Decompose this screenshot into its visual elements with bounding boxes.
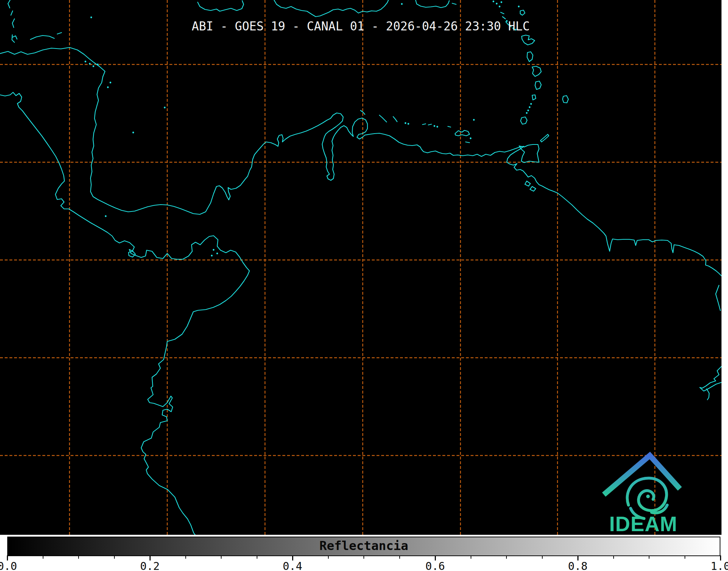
logo-text: IDEAM [609, 512, 678, 535]
coastline-path [455, 130, 470, 136]
coastline-path [452, 3, 456, 4]
coastline-path [198, 1, 244, 11]
coastline-path [525, 181, 530, 186]
coastline-path [563, 96, 568, 103]
colorbar-minor-tick [257, 555, 257, 559]
island-dot [501, 1, 502, 3]
colorbar-tick-label: 1.0 [706, 560, 728, 571]
colorbar-minor-tick [542, 555, 543, 559]
coastline-path [716, 285, 720, 311]
coastline-path [532, 95, 536, 100]
island-dot [530, 103, 532, 105]
colorbar-minor-tick [685, 555, 685, 559]
coastline-path [422, 124, 432, 125]
coastline-path [416, 0, 449, 8]
island-dot [499, 6, 501, 8]
colorbar-tick-label: 0.6 [421, 560, 450, 571]
coastline-path [0, 92, 249, 535]
coastline-path [393, 117, 397, 122]
island-dot [164, 107, 166, 109]
logo-roof-icon [604, 455, 680, 495]
coastline-path [11, 11, 13, 15]
coastline-path [527, 52, 533, 62]
island-dot [89, 63, 91, 65]
colorbar-minor-tick [328, 555, 329, 559]
coastline-path [521, 117, 527, 124]
coastline-path [707, 389, 709, 400]
island-dot [211, 255, 213, 257]
island-dot [91, 17, 92, 18]
colorbar-minor-tick [43, 555, 43, 559]
colorbar-tick-label: 0.4 [278, 560, 307, 571]
coastline-path [8, 0, 10, 8]
island-dot [107, 87, 109, 88]
colorbar-minor-tick [221, 555, 222, 559]
island-dot [473, 119, 475, 121]
ideam-logo: IDEAM [597, 452, 688, 535]
ideam-logo-icon: IDEAM [597, 452, 688, 535]
colorbar-minor-tick [363, 555, 364, 559]
coastline-path [530, 186, 536, 191]
colorbar-minor-tick [506, 555, 507, 559]
coastline-path [12, 35, 17, 42]
colorbar-minor-tick [399, 555, 400, 559]
colorbar-minor-tick [649, 555, 649, 559]
coastline-path [0, 47, 721, 276]
colorbar-tick-label: 0.8 [563, 560, 592, 571]
coastline-path [448, 126, 451, 127]
figure: ABI - GOES 19 - CANAL 01 - 2026-04-26 23… [0, 0, 728, 571]
island-dot [408, 123, 409, 125]
colorbar-tick-label: 0.2 [135, 560, 164, 571]
satellite-map: ABI - GOES 19 - CANAL 01 - 2026-04-26 23… [0, 0, 721, 535]
colorbar-tick-label: 0.0 [0, 560, 22, 571]
island-dot [110, 82, 111, 84]
coastline-path [520, 10, 525, 15]
island-dot [437, 126, 438, 128]
island-dot [518, 6, 520, 8]
island-dot [97, 64, 99, 66]
coastline-path [540, 134, 549, 142]
colorbar-minor-tick [114, 555, 115, 559]
island-dot [105, 215, 107, 217]
colorbar-minor-tick [471, 555, 471, 559]
coastline-path [700, 366, 721, 388]
coastline-path [700, 382, 721, 391]
island-dot [213, 249, 215, 251]
coastline-path [501, 12, 505, 19]
map-title: ABI - GOES 19 - CANAL 01 - 2026-04-26 23… [0, 19, 721, 33]
island-dot [527, 110, 529, 112]
island-dot [93, 66, 94, 67]
coastline-path [274, 0, 388, 17]
island-dot [496, 3, 498, 5]
coastline-path [535, 81, 541, 89]
island-dot [434, 125, 435, 127]
coastline-path [30, 35, 54, 39]
colorbar-minor-tick [613, 555, 614, 559]
island-dot [85, 61, 87, 63]
island-dot [526, 112, 528, 114]
island-dot [493, 1, 495, 3]
coastline-path [379, 115, 387, 122]
coastline-path [532, 66, 541, 76]
island-dot [132, 132, 134, 134]
colorbar-minor-tick [185, 555, 186, 559]
island-dot [470, 138, 472, 139]
island-dot [216, 253, 218, 255]
coastline-path [466, 142, 470, 143]
colorbar-label: Reflectancia [7, 538, 720, 553]
island-dot [405, 122, 407, 124]
coastline-path [522, 35, 535, 45]
island-dot [401, 3, 403, 5]
colorbar-minor-tick [78, 555, 79, 559]
island-dot [529, 106, 531, 108]
